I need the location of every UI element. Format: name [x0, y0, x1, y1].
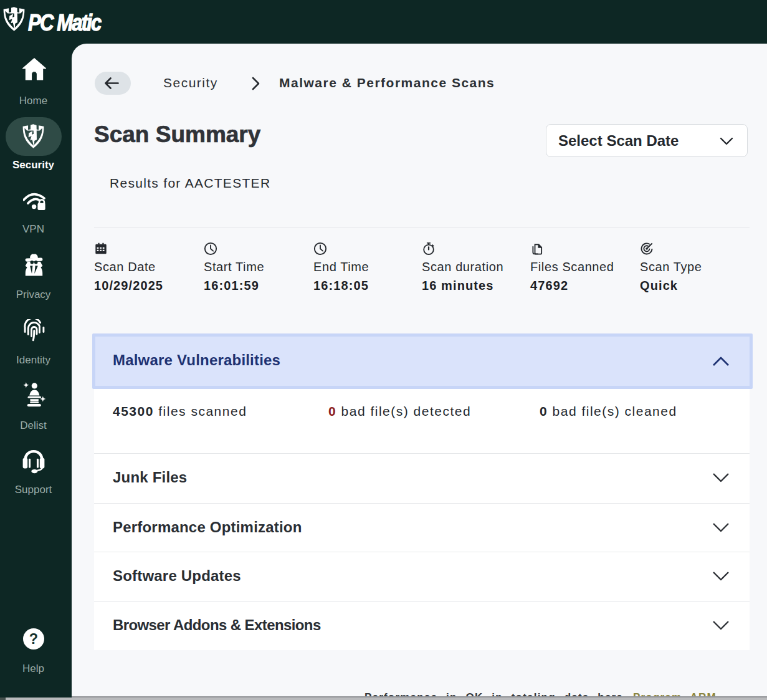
svg-text:?: ?: [29, 631, 37, 647]
